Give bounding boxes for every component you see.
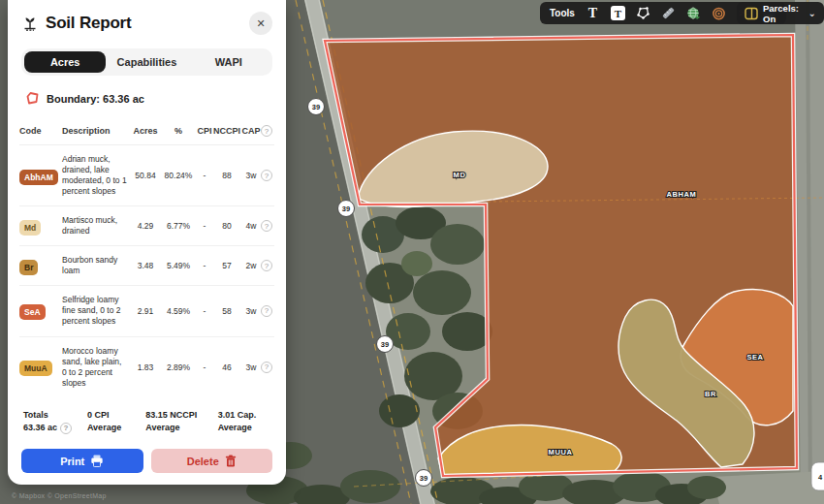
help-icon[interactable]: ? (60, 423, 72, 434)
ruler-tool-icon[interactable] (661, 6, 676, 21)
boundary-polygon-icon (25, 91, 40, 106)
col-code: Code (19, 126, 62, 136)
svg-text:39: 39 (342, 205, 350, 213)
svg-text:39: 39 (312, 103, 320, 111)
table-row: Br Bourbon sandy loam 3.48 5.49% - 57 2w… (19, 246, 274, 286)
col-acres: Acres (131, 126, 160, 136)
tab-capabilities[interactable]: Capabilities (106, 51, 187, 73)
soil-label-md: MD (454, 171, 466, 179)
app-window: 39 39 39 39 4 ABHAM MD SEA BR MUUA © Map… (0, 0, 824, 504)
parcel-layer-icon (745, 6, 758, 21)
report-tabs: Acres Capabilities WAPI (21, 48, 272, 76)
table-header: Code Description Acres % CPI NCCPI CAP ? (19, 121, 274, 145)
cap-average-value: 3.01 Cap. (218, 409, 272, 423)
table-row: MuuA Morocco loamy sand, lake plain, 0 t… (19, 337, 274, 397)
soil-code-badge: Br (19, 260, 38, 275)
field-southeast (713, 471, 824, 504)
soil-table: Code Description Acres % CPI NCCPI CAP ?… (19, 121, 274, 397)
svg-text:39: 39 (420, 474, 428, 483)
trash-icon (225, 455, 237, 467)
soil-label-br: BR (705, 390, 716, 398)
soil-plant-icon (21, 15, 39, 32)
totals-acres: 63.36 ac (23, 422, 57, 435)
text-tool-icon[interactable]: T (586, 6, 600, 21)
boundary-row: Boundary: 63.36 ac (25, 91, 272, 106)
col-cap: CAP (241, 126, 261, 136)
chevron-down-icon: ⌄ (808, 8, 816, 18)
parcels-label: Parcels: On (763, 3, 803, 24)
soil-label-sea: SEA (746, 353, 763, 362)
contour-rings-icon[interactable] (712, 6, 726, 21)
col-nccpi: NCCPI (212, 126, 241, 136)
text-box-tool-icon[interactable]: T (611, 6, 625, 21)
printer-icon (90, 455, 104, 467)
table-row: SeA Selfridge loamy fine sand, 0 to 2 pe… (19, 286, 274, 336)
panel-actions: Print Delete (17, 449, 276, 473)
soil-label-muua: MUUA (549, 448, 573, 457)
globe-export-icon[interactable] (686, 6, 701, 21)
soil-code-badge: AbhAM (19, 170, 58, 185)
totals-row: Totals 63.36 ac ? 0 CPI Average 83.15 NC… (23, 409, 272, 435)
svg-text:39: 39 (381, 340, 389, 349)
tools-label: Tools (550, 8, 575, 18)
soil-report-panel: Soil Report ✕ Acres Capabilities WAPI Bo… (8, 0, 286, 485)
tab-acres[interactable]: Acres (24, 51, 106, 73)
close-button[interactable]: ✕ (249, 12, 272, 35)
soil-label-abham: ABHAM (667, 190, 697, 199)
print-button[interactable]: Print (21, 449, 143, 473)
col-cpi: CPI (197, 126, 212, 136)
soil-code-badge: Md (19, 220, 41, 236)
help-icon[interactable]: ? (261, 260, 272, 271)
soil-code-badge: MuuA (19, 361, 52, 376)
page-title: Soil Report (46, 14, 131, 33)
parcels-toggle[interactable]: Parcels: On ⌄ (737, 2, 824, 24)
help-icon[interactable]: ? (261, 170, 272, 181)
table-row: AbhAM Adrian muck, drained, lake moderat… (19, 145, 274, 206)
tab-wapi[interactable]: WAPI (188, 51, 269, 73)
panel-header: Soil Report ✕ (17, 10, 276, 35)
col-description: Description (62, 126, 131, 136)
totals-label: Totals (23, 409, 83, 423)
boundary-label: Boundary: 63.36 ac (47, 93, 144, 105)
cpi-average-value: 0 CPI (87, 409, 142, 423)
delete-button[interactable]: Delete (151, 449, 273, 473)
col-percent: % (160, 126, 197, 136)
help-icon[interactable]: ? (261, 220, 272, 232)
help-icon[interactable]: ? (261, 362, 272, 373)
help-icon[interactable]: ? (261, 305, 272, 317)
nccpi-average-value: 83.15 NCCPI (145, 409, 213, 423)
soil-code-badge: SeA (19, 304, 46, 320)
help-icon[interactable]: ? (261, 125, 272, 137)
polygon-tool-icon[interactable] (636, 6, 650, 21)
map-attribution: © Mapbox © OpenStreetMap (12, 492, 107, 499)
table-row: Md Martisco muck, drained 4.29 6.77% - 8… (19, 206, 274, 246)
